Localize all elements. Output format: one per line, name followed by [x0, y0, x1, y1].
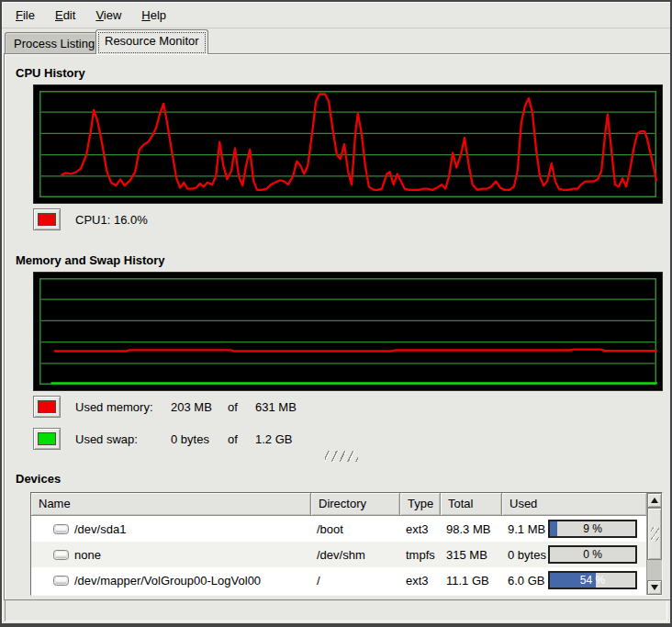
device-total-cell: 98.3 MB [441, 516, 502, 542]
device-type-cell: tmpfs [400, 542, 441, 567]
memory-total-value: 631 MB [255, 400, 297, 414]
devices-table-header: Name Directory Type Total Used [31, 493, 646, 516]
memory-of-text: of [228, 400, 255, 414]
device-directory-cell: /dev/shm [311, 542, 400, 567]
device-type-cell: ext3 [400, 516, 441, 542]
device-name: /dev/sda1 [74, 522, 126, 536]
device-name: /dev/mapper/VolGroup00-LogVol00 [74, 574, 261, 588]
cpu-history-title: CPU History [16, 66, 85, 80]
memory-color-chip [38, 400, 56, 413]
device-used-value: 6.0 GB [508, 574, 548, 588]
progress-label: 54 % [550, 574, 635, 587]
status-bar [5, 599, 667, 621]
menu-edit[interactable]: Edit [45, 4, 85, 27]
menu-file[interactable]: File [6, 4, 45, 27]
device-total-cell: 11.1 GB [441, 567, 502, 593]
drive-icon [53, 549, 69, 561]
drive-icon [53, 523, 69, 535]
menu-bar: File Edit View Help [2, 2, 670, 28]
usage-progress-bar: 54 % [548, 571, 637, 589]
tab-strip: Process Listing Resource Monitor [2, 28, 670, 53]
devices-title: Devices [16, 472, 61, 486]
scrollbar-thumb[interactable] [647, 508, 662, 560]
devices-table-body: /dev/sda1/bootext398.3 MB9.1 MB9 %none/d… [31, 516, 646, 593]
memory-legend-row: Used memory: 203 MB of 631 MB [33, 396, 297, 418]
pane-resize-handle[interactable] [325, 451, 358, 462]
tab-process-listing[interactable]: Process Listing [5, 32, 104, 54]
usage-progress-bar: 9 % [548, 520, 637, 538]
device-name-cell: /dev/sda1 [31, 516, 311, 542]
scroll-down-button[interactable] [647, 580, 662, 595]
scroll-up-button[interactable] [647, 493, 662, 508]
down-arrow-icon [651, 585, 658, 590]
cpu-color-chip [38, 213, 56, 226]
system-monitor-window: File Edit View Help Process Listing Reso… [0, 0, 672, 627]
device-name-cell: none [31, 542, 311, 567]
cpu-history-chart [33, 84, 663, 204]
resource-monitor-page: CPU History CPU1: 16.0% Memory and Swap … [4, 53, 672, 600]
swap-total-value: 1.2 GB [255, 432, 292, 446]
swap-of-text: of [228, 432, 255, 446]
progress-label: 0 % [550, 548, 635, 561]
tab-label: Resource Monitor [105, 34, 199, 48]
device-used-cell: 0 bytes0 % [502, 542, 646, 567]
memory-color-swatch-button[interactable] [33, 396, 61, 418]
device-used-value: 0 bytes [508, 548, 548, 562]
column-header-used[interactable]: Used [502, 493, 646, 516]
menu-help[interactable]: Help [131, 4, 176, 27]
memory-used-value: 203 MB [171, 400, 228, 414]
vertical-scrollbar[interactable] [646, 493, 662, 595]
column-header-directory[interactable]: Directory [311, 493, 400, 516]
table-row[interactable]: /dev/sda1/bootext398.3 MB9.1 MB9 % [31, 516, 646, 542]
memory-swap-title: Memory and Swap History [16, 253, 165, 267]
menu-view[interactable]: View [85, 4, 131, 27]
column-header-name[interactable]: Name [31, 493, 311, 516]
device-used-cell: 6.0 GB54 % [502, 567, 646, 593]
device-name: none [74, 548, 101, 562]
device-used-cell: 9.1 MB9 % [502, 516, 646, 542]
devices-treeview: Name Directory Type Total Used /dev/sda1… [31, 493, 646, 595]
tab-label: Process Listing [14, 37, 95, 50]
cpu-color-swatch-button[interactable] [33, 208, 61, 230]
column-header-type[interactable]: Type [400, 493, 441, 516]
device-name-cell: /dev/mapper/VolGroup00-LogVol00 [31, 567, 311, 593]
drive-icon [53, 575, 69, 587]
device-total-cell: 315 MB [441, 542, 502, 567]
cpu-legend-row: CPU1: 16.0% [33, 208, 148, 230]
swap-color-chip [38, 432, 56, 445]
swap-legend-row: Used swap: 0 bytes of 1.2 GB [33, 428, 292, 450]
up-arrow-icon [651, 498, 658, 503]
cpu-legend-label: CPU1: 16.0% [75, 213, 148, 227]
swap-legend-label: Used swap: [75, 432, 171, 446]
table-row[interactable]: none/dev/shmtmpfs315 MB0 bytes0 % [31, 542, 646, 567]
memory-swap-chart [33, 272, 663, 391]
scrollbar-track[interactable] [647, 508, 662, 580]
progress-label: 9 % [550, 522, 635, 535]
scrollbar-grip-icon [651, 527, 659, 542]
devices-table: Name Directory Type Total Used /dev/sda1… [30, 492, 663, 596]
swap-color-swatch-button[interactable] [33, 428, 61, 450]
device-used-value: 9.1 MB [508, 522, 548, 536]
swap-used-value: 0 bytes [171, 432, 228, 446]
device-directory-cell: /boot [311, 516, 400, 542]
column-header-total[interactable]: Total [441, 493, 502, 516]
table-row[interactable]: /dev/mapper/VolGroup00-LogVol00/ext311.1… [31, 567, 646, 593]
usage-progress-bar: 0 % [548, 545, 637, 564]
tab-resource-monitor[interactable]: Resource Monitor [95, 29, 208, 54]
device-directory-cell: / [311, 567, 400, 593]
device-type-cell: ext3 [400, 567, 441, 593]
memory-legend-label: Used memory: [75, 400, 171, 414]
